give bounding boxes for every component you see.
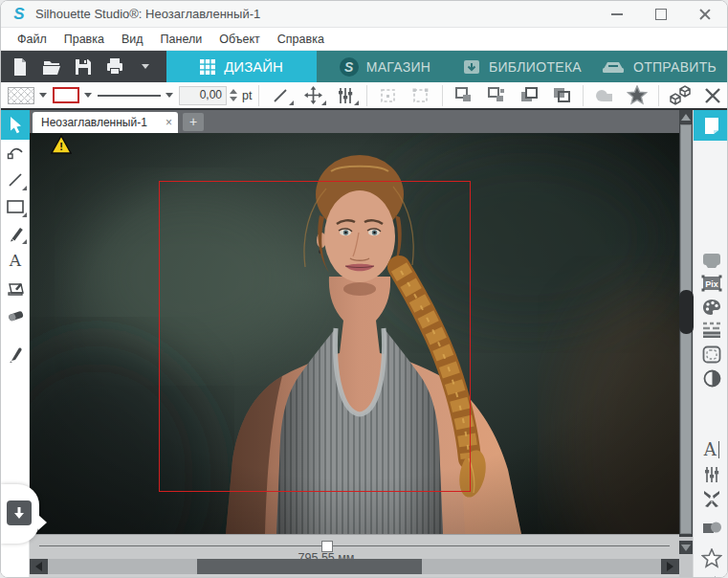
line-color-swatch[interactable] [53, 87, 79, 103]
send-to-back-button[interactable] [545, 83, 578, 108]
scroll-left-button[interactable] [30, 559, 48, 574]
download-arrow-icon [12, 506, 26, 520]
scroll-right-button[interactable] [661, 559, 679, 574]
select-tool[interactable] [1, 110, 30, 140]
tab-store[interactable]: S МАГАЗИН [317, 51, 453, 82]
page-setup-panel-button[interactable] [694, 110, 728, 141]
ungroup-button[interactable] [480, 83, 513, 108]
page-divider-bar: 795.55 мм [30, 534, 679, 559]
scroll-up-icon [681, 114, 691, 121]
sketch-tool[interactable] [1, 275, 30, 301]
horizontal-scroll-thumb[interactable] [197, 559, 422, 574]
3d-objects-button[interactable] [664, 83, 696, 108]
transform-button[interactable] [329, 83, 362, 108]
menu-file[interactable]: Файл [9, 33, 55, 46]
document-tab-close-icon[interactable]: × [165, 116, 172, 129]
pixscan-panel-button[interactable]: Pix [695, 270, 728, 297]
tab-design[interactable]: ДИЗАЙН [166, 51, 317, 82]
page-setup-icon [703, 117, 720, 135]
favorite-star-button[interactable] [621, 83, 653, 108]
close-icon [699, 9, 711, 20]
pixscan-label: Pix [705, 279, 718, 289]
offset-panel-button[interactable] [695, 341, 728, 367]
select-all-button[interactable] [372, 83, 405, 108]
line-color-dropdown-icon[interactable] [84, 93, 92, 98]
transform-panel-button[interactable] [695, 461, 728, 488]
vertical-scrollbar-lower [679, 537, 693, 578]
close-design-button[interactable] [696, 83, 728, 108]
text-style-glyph: A [704, 441, 717, 458]
flyout-arrow-icon[interactable] [38, 515, 47, 530]
group-button[interactable] [448, 83, 480, 108]
modify-panel-button[interactable] [695, 485, 728, 512]
text-tool[interactable]: A [1, 247, 30, 274]
bring-to-front-button[interactable] [513, 83, 545, 108]
open-icon[interactable] [42, 57, 61, 77]
modify-icon [702, 489, 721, 508]
tab-send[interactable]: ОТПРАВИТЬ [590, 51, 727, 82]
effects-panel-button[interactable] [695, 545, 728, 571]
new-document-icon[interactable] [11, 57, 30, 77]
save-icon[interactable] [74, 57, 93, 77]
weld-shapes-button[interactable] [588, 83, 621, 108]
pixscan-icon: Pix [701, 275, 722, 292]
stroke-width-stepper[interactable] [230, 89, 237, 101]
point-editing-tool[interactable] [1, 139, 30, 166]
fill-pattern-swatch[interactable] [8, 87, 34, 104]
line-style-icon [702, 322, 721, 338]
deselect-all-button[interactable] [405, 83, 437, 108]
scroll-right-icon [667, 562, 673, 571]
maximize-button[interactable] [639, 1, 683, 27]
panel-drag-handle[interactable] [679, 290, 694, 334]
print-options-chevron-icon[interactable] [142, 64, 149, 69]
add-document-tab-button[interactable]: + [183, 113, 204, 131]
close-button[interactable] [683, 1, 727, 27]
app-window: S Silhouette Studio®: Неозаглавленный-1 … [0, 0, 728, 578]
draw-line-button[interactable] [264, 83, 297, 108]
move-button[interactable] [297, 83, 329, 108]
menu-panels[interactable]: Панели [152, 33, 211, 46]
tab-library[interactable]: БИБЛИОТЕКА [453, 51, 590, 82]
menu-help[interactable]: Справка [269, 33, 333, 46]
design-grid-icon [200, 59, 215, 75]
bottom-strip [30, 574, 679, 578]
menu-edit[interactable]: Правка [55, 33, 113, 46]
scroll-up-button[interactable] [679, 110, 693, 123]
palette-icon [702, 299, 721, 316]
menu-view[interactable]: Вид [113, 33, 152, 46]
divider-line [39, 545, 670, 546]
tab-design-label: ДИЗАЙН [224, 58, 283, 75]
star-icon [701, 548, 722, 568]
contrast-panel-button[interactable] [695, 365, 728, 391]
warning-icon[interactable]: ! [51, 135, 72, 154]
document-tab[interactable]: Неозаглавленный-1 × [33, 112, 178, 133]
selection-rectangle[interactable] [159, 181, 471, 492]
menu-object[interactable]: Объект [210, 33, 269, 46]
line-style-panel-button[interactable] [695, 316, 728, 343]
silhouette-logo-icon: S [11, 6, 28, 23]
print-icon[interactable] [105, 57, 124, 77]
line-style-preview[interactable] [98, 87, 161, 104]
draw-freehand-tool[interactable] [1, 220, 30, 247]
right-panel-bar: Pix A [693, 110, 728, 578]
tray-download-button[interactable] [7, 500, 32, 525]
store-logo-icon: S [340, 57, 359, 77]
document-tab-label: Неозаглавленный-1 [41, 116, 147, 129]
scroll-down-button[interactable] [679, 541, 693, 554]
design-canvas[interactable]: ! [30, 133, 679, 534]
draw-line-tool[interactable] [1, 167, 30, 193]
fill-dropdown-icon[interactable] [39, 93, 47, 98]
collapse-panel-button[interactable] [695, 574, 728, 578]
text-style-panel-button[interactable]: A [695, 436, 728, 463]
draw-rectangle-tool[interactable] [1, 193, 30, 220]
tab-store-label: МАГАЗИН [366, 59, 431, 75]
horizontal-scrollbar[interactable] [30, 559, 679, 574]
maximize-icon [655, 9, 667, 20]
line-style-dropdown-icon[interactable] [165, 93, 173, 98]
knife-tool[interactable] [1, 340, 30, 367]
minimize-button[interactable] [595, 1, 639, 27]
boolean-operations-panel-button[interactable] [695, 514, 728, 541]
tab-send-label: ОТПРАВИТЬ [633, 59, 717, 75]
stroke-width-input[interactable]: 0,00 [179, 86, 227, 105]
eraser-tool[interactable] [1, 301, 30, 328]
